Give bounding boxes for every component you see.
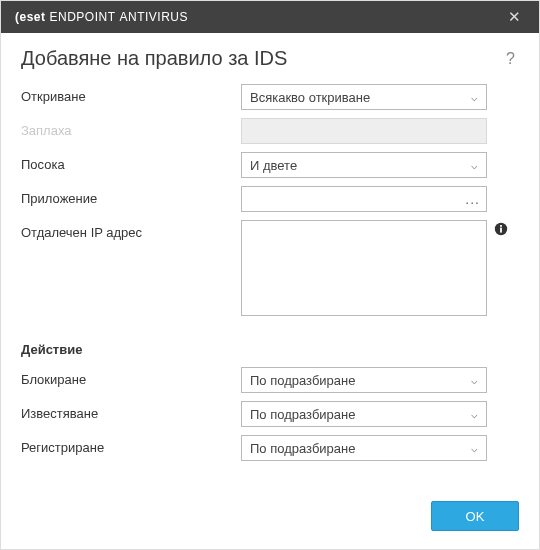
product-name-2: ANTIVIRUS — [120, 10, 189, 24]
chevron-down-icon: ⌵ — [471, 442, 478, 455]
label-detection: Откриване — [21, 84, 241, 104]
titlebar: (eset ENDPOINT ANTIVIRUS ✕ — [1, 1, 539, 33]
select-log-value: По подразбиране — [250, 441, 355, 456]
row-log: Регистриране По подразбиране ⌵ — [21, 435, 519, 461]
row-detection: Откриване Всякакво откриване ⌵ — [21, 84, 519, 110]
dialog-content: Откриване Всякакво откриване ⌵ Заплаха П… — [1, 76, 539, 487]
chevron-down-icon: ⌵ — [471, 408, 478, 421]
select-direction[interactable]: И двете ⌵ — [241, 152, 487, 178]
brand-logo: (eset — [15, 10, 46, 24]
row-block: Блокиране По подразбиране ⌵ — [21, 367, 519, 393]
select-detection-value: Всякакво откриване — [250, 90, 370, 105]
label-application: Приложение — [21, 186, 241, 206]
dialog-footer: OK — [1, 487, 539, 549]
dialog-window: (eset ENDPOINT ANTIVIRUS ✕ Добавяне на п… — [0, 0, 540, 550]
label-remote-ip: Отдалечен IP адрес — [21, 220, 241, 240]
info-icon[interactable] — [493, 220, 509, 239]
input-application[interactable]: ... — [241, 186, 487, 212]
svg-rect-1 — [500, 228, 502, 233]
select-block-value: По подразбиране — [250, 373, 355, 388]
row-remote-ip: Отдалечен IP адрес — [21, 220, 519, 316]
label-block: Блокиране — [21, 367, 241, 387]
close-icon[interactable]: ✕ — [501, 8, 529, 26]
input-threat — [241, 118, 487, 144]
select-log[interactable]: По подразбиране ⌵ — [241, 435, 487, 461]
textarea-remote-ip[interactable] — [241, 220, 487, 316]
product-name-1: ENDPOINT — [50, 10, 116, 24]
ok-button[interactable]: OK — [431, 501, 519, 531]
label-log: Регистриране — [21, 435, 241, 455]
row-threat: Заплаха — [21, 118, 519, 144]
section-action-title: Действие — [21, 342, 519, 357]
svg-rect-2 — [500, 225, 502, 227]
help-icon[interactable]: ? — [502, 50, 519, 68]
row-notify: Известяване По подразбиране ⌵ — [21, 401, 519, 427]
select-detection[interactable]: Всякакво откриване ⌵ — [241, 84, 487, 110]
chevron-down-icon: ⌵ — [471, 374, 478, 387]
label-notify: Известяване — [21, 401, 241, 421]
browse-button[interactable]: ... — [465, 187, 480, 211]
label-direction: Посока — [21, 152, 241, 172]
row-direction: Посока И двете ⌵ — [21, 152, 519, 178]
chevron-down-icon: ⌵ — [471, 91, 478, 104]
row-application: Приложение ... — [21, 186, 519, 212]
select-notify[interactable]: По подразбиране ⌵ — [241, 401, 487, 427]
select-block[interactable]: По подразбиране ⌵ — [241, 367, 487, 393]
dialog-header: Добавяне на правило за IDS ? — [1, 33, 539, 76]
select-direction-value: И двете — [250, 158, 297, 173]
label-threat: Заплаха — [21, 118, 241, 138]
chevron-down-icon: ⌵ — [471, 159, 478, 172]
select-notify-value: По подразбиране — [250, 407, 355, 422]
page-title: Добавяне на правило за IDS — [21, 47, 502, 70]
